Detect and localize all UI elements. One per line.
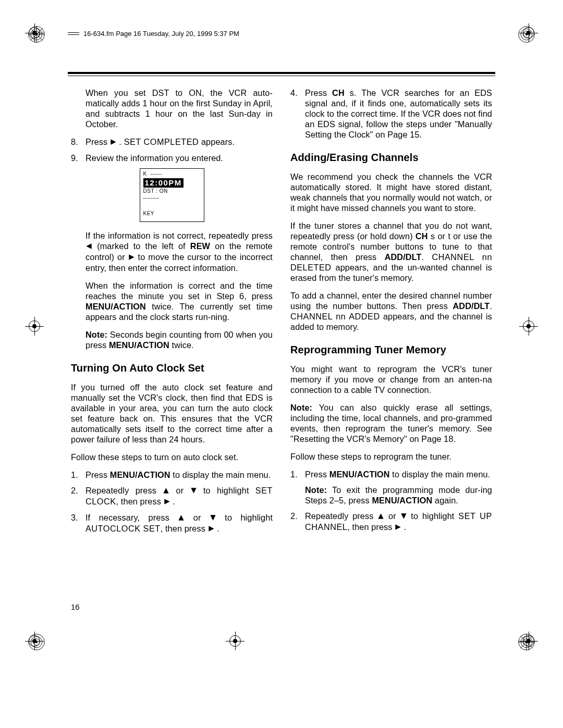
play-icon — [110, 137, 117, 147]
list-item: 1. Press MENU/ACTION to display the main… — [290, 469, 492, 505]
auto-intro: If you turned off the auto clock set fea… — [71, 382, 273, 445]
svg-point-11 — [525, 33, 528, 35]
page: 16-634.fm Page 16 Tuesday, July 20, 1999… — [0, 0, 563, 728]
down-icon — [190, 486, 197, 496]
title-rule — [68, 72, 495, 76]
header-text: 16-634.fm Page 16 Tuesday, July 20, 1999… — [83, 30, 239, 38]
rosette-icon — [517, 633, 536, 651]
auto-clock-step4: 4. Press CH s. The VCR searches for an E… — [290, 88, 492, 140]
setup-steps-continued: 8. Press . SET COMPLETED appears. 9. Rev… — [71, 137, 273, 163]
note-seconds: Note: Seconds begin counting from 00 whe… — [85, 329, 273, 350]
auto-lead: Follow these steps to turn on auto clock… — [71, 452, 273, 462]
up-icon — [163, 486, 169, 496]
reprogram-steps: 1. Press MENU/ACTION to display the main… — [290, 469, 492, 533]
registration-mark — [25, 317, 44, 336]
rep-p1: You might want to reprogram the VCR's tu… — [290, 364, 492, 395]
correction-paragraph: If the information is not correct, repea… — [85, 230, 273, 273]
down-icon — [400, 511, 407, 522]
svg-marker-32 — [209, 526, 214, 531]
down-icon — [210, 513, 216, 523]
svg-marker-35 — [396, 524, 401, 529]
rosette-icon — [27, 633, 46, 651]
rep-p2: Note: You can also quickly erase all set… — [290, 402, 492, 444]
left-column: When you set DST to ON, the VCR auto-mat… — [71, 88, 273, 541]
add-p3: To add a channel, enter the desired chan… — [290, 290, 492, 332]
svg-marker-28 — [191, 488, 196, 493]
up-icon — [377, 511, 384, 522]
rep-lead: Follow these steps to reprogram the tune… — [290, 451, 492, 462]
rosette-icon — [27, 25, 46, 44]
svg-marker-25 — [86, 243, 91, 249]
play-icon — [128, 252, 135, 263]
svg-marker-33 — [378, 513, 384, 519]
add-p1: We recommend you check the channels the … — [290, 171, 492, 213]
list-item: 4. Press CH s. The VCR searches for an E… — [290, 88, 492, 140]
rep-step1-note: Note: To exit the programming mode dur-i… — [305, 485, 492, 505]
auto-clock-steps: 1. Press MENU/ACTION to display the main… — [71, 470, 273, 534]
list-item: 1. Press MENU/ACTION to display the main… — [71, 470, 273, 480]
svg-marker-30 — [179, 515, 184, 520]
heading-add-erase: Adding/Erasing Channels — [290, 151, 492, 164]
registration-mark — [226, 632, 244, 650]
header-bars-icon — [68, 31, 79, 36]
list-item: 8. Press . SET COMPLETED appears. — [71, 137, 273, 147]
heading-auto-clock: Turning On Auto Clock Set — [71, 362, 273, 375]
svg-marker-26 — [129, 254, 134, 260]
play-icon — [208, 524, 215, 534]
svg-marker-34 — [401, 513, 406, 519]
registration-mark — [519, 317, 538, 336]
clock-illustration: K ------ 12:00PM DST : ON -------- KEY — [140, 168, 204, 222]
right-column: 4. Press CH s. The VCR searches for an E… — [290, 88, 492, 541]
confirm-paragraph: When the information is correct and the … — [85, 280, 273, 322]
page-number: 16 — [71, 602, 80, 611]
add-p2: If the tuner stores a channel that you d… — [290, 220, 492, 283]
up-icon — [178, 513, 185, 523]
svg-marker-29 — [164, 499, 169, 504]
svg-marker-24 — [111, 139, 116, 144]
list-item: 2. Repeatedly press or to highlight SET … — [71, 485, 273, 507]
dst-paragraph: When you set DST to ON, the VCR auto-mat… — [85, 88, 273, 129]
heading-reprogram: Reprogramming Tuner Memory — [290, 343, 492, 356]
running-header: 16-634.fm Page 16 Tuesday, July 20, 1999… — [68, 30, 239, 38]
rew-icon — [85, 241, 92, 252]
clock-time: 12:00PM — [143, 178, 183, 188]
play-icon — [164, 497, 170, 507]
list-item: 3. If necessary, press or to highlight A… — [71, 512, 273, 534]
svg-marker-27 — [164, 488, 169, 493]
svg-marker-31 — [210, 515, 215, 520]
list-item: 2. Repeatedly press or to highlight SET … — [290, 511, 492, 533]
play-icon — [395, 522, 401, 533]
rosette-icon — [517, 25, 536, 44]
list-item: 9. Review the information you entered. — [71, 153, 273, 163]
body-columns: When you set DST to ON, the VCR auto-mat… — [71, 88, 492, 541]
svg-point-15 — [35, 641, 38, 643]
